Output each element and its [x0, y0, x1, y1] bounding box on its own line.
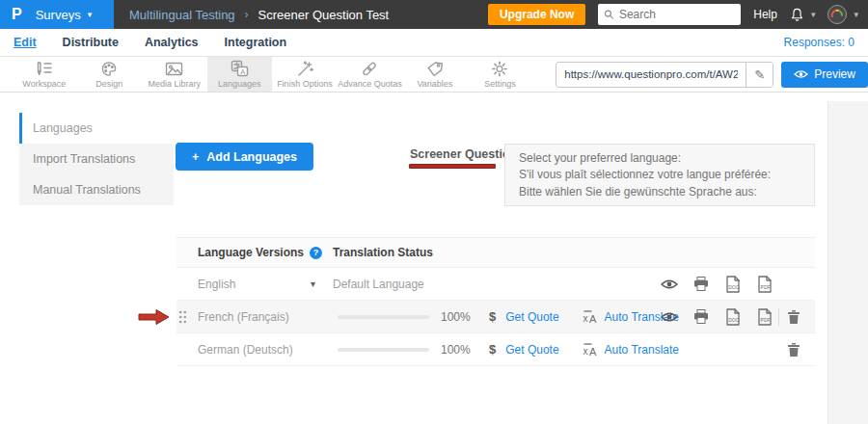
survey-nav-tabs: Edit Distribute Analytics Integration Re… [0, 29, 868, 57]
language-row-french: French (Français) 100% $ Get Quote xA Au… [176, 301, 815, 333]
svg-text:PDF: PDF [761, 316, 771, 322]
dollar-icon: $ [489, 342, 496, 357]
search-input[interactable] [619, 8, 735, 21]
design-palette-icon [100, 61, 118, 77]
svg-text:x: x [583, 346, 587, 357]
get-quote-link[interactable]: Get Quote [505, 310, 558, 324]
translation-progress-bar [338, 315, 429, 319]
annotation-red-underline [409, 164, 496, 169]
sidebar-item-languages[interactable]: Languages [19, 113, 174, 144]
edit-url-button[interactable]: ✎ [746, 62, 773, 88]
advance-quotas-link-icon [361, 61, 378, 77]
search-box[interactable] [598, 4, 741, 25]
screener-line-english: Select your preferred language: [519, 151, 800, 165]
translation-progress-bar [338, 348, 429, 352]
help-link[interactable]: Help [753, 8, 777, 21]
trash-icon [787, 342, 800, 358]
survey-url-box: ✎ [556, 62, 773, 88]
get-quote-link[interactable]: Get Quote [505, 343, 558, 357]
finish-options-wand-icon [296, 61, 313, 77]
language-name: French (Français) [198, 310, 289, 324]
export-doc-icon[interactable]: DOC [724, 276, 742, 293]
chevron-down-icon: ▾ [854, 10, 858, 19]
header-language-versions: Language Versions [198, 246, 304, 259]
translation-progress-percent: 100% [441, 310, 474, 324]
pencil-icon: ✎ [754, 67, 765, 82]
tab-distribute[interactable]: Distribute [63, 36, 119, 49]
breadcrumb-separator: › [245, 8, 249, 21]
languages-sidebar: Languages Import Translations Manual Tra… [19, 113, 174, 205]
toolbar-item-variables[interactable]: Variables [402, 57, 468, 92]
avatar [827, 5, 847, 24]
media-library-icon [165, 61, 183, 77]
trash-icon [787, 309, 800, 325]
preview-eye-icon[interactable] [661, 311, 678, 323]
header-translation-status: Translation Status [333, 246, 433, 259]
language-versions-table: Language Versions ? Translation Status E… [176, 237, 815, 366]
account-menu[interactable]: ▾ [827, 5, 858, 24]
toolbar-item-media-library[interactable]: Media Library [142, 57, 207, 92]
languages-page: Languages Import Translations Manual Tra… [0, 93, 868, 424]
settings-gear-icon [491, 61, 508, 77]
auto-translate-icon: xA [583, 309, 599, 324]
questionpro-logo: P [12, 6, 22, 23]
upgrade-now-button[interactable]: Upgrade Now [488, 4, 585, 25]
auto-translate-icon: xA [583, 342, 599, 357]
print-icon[interactable] [692, 309, 710, 324]
svg-text:A: A [589, 346, 597, 358]
preview-button[interactable]: Preview [781, 62, 868, 88]
variables-tag-icon [426, 61, 444, 77]
divider [778, 308, 779, 326]
export-pdf-icon[interactable]: PDF [756, 308, 773, 326]
product-menu[interactable]: P Surveys ▾ [0, 0, 114, 29]
tab-analytics[interactable]: Analytics [145, 36, 199, 49]
tab-edit[interactable]: Edit [14, 36, 37, 49]
toolbar-item-settings[interactable]: Settings [468, 57, 533, 92]
breadcrumb-folder[interactable]: Multilingual Testing [129, 8, 235, 22]
screener-line-german: Bitte wählen Sie die gewünschte Sprache … [519, 185, 800, 199]
notifications-menu[interactable]: ▾ [790, 8, 816, 22]
toolbar-item-languages[interactable]: A Languages [207, 57, 273, 92]
export-doc-icon[interactable]: DOC [724, 308, 742, 326]
toolbar-item-finish-options[interactable]: Finish Options [272, 57, 338, 92]
toolbar-item-advance-quotas[interactable]: Advance Quotas [338, 57, 403, 92]
translation-progress-percent: 100% [441, 343, 474, 357]
svg-text:PDF: PDF [761, 283, 771, 289]
svg-text:DOC: DOC [728, 316, 740, 322]
scroll-gutter [827, 101, 868, 424]
chevron-down-icon: ▾ [311, 278, 315, 289]
responses-count[interactable]: Responses: 0 [784, 36, 854, 49]
help-icon[interactable]: ? [310, 247, 322, 259]
edit-toolbar: Workspace Design Media Library A Languag… [0, 57, 868, 93]
table-header: Language Versions ? Translation Status [176, 237, 815, 268]
default-language-label: Default Language [333, 278, 424, 291]
svg-text:x: x [583, 313, 587, 324]
product-menu-label: Surveys [36, 8, 81, 22]
delete-language-button[interactable] [787, 333, 800, 365]
screener-line-french: S'il vous plaît sélectionnez votre langu… [519, 168, 800, 181]
breadcrumb: Multilingual Testing › Screener Question… [129, 8, 389, 22]
delete-language-button[interactable] [787, 301, 800, 332]
annotation-red-arrow [138, 308, 170, 326]
languages-icon: A [231, 60, 249, 77]
preview-eye-icon[interactable] [661, 278, 678, 290]
language-row-german: German (Deutsch) 100% $ Get Quote xA Aut… [176, 333, 815, 366]
search-icon [604, 9, 614, 20]
chevron-down-icon: ▾ [88, 10, 93, 19]
tab-integration[interactable]: Integration [225, 36, 287, 49]
add-languages-button[interactable]: + Add Languages [176, 143, 313, 171]
survey-url-input[interactable] [556, 68, 746, 80]
svg-text:DOC: DOC [728, 283, 740, 289]
sidebar-item-import-translations[interactable]: Import Translations [19, 144, 174, 174]
default-language-dropdown[interactable]: English ▾ [198, 278, 315, 291]
eye-icon [794, 69, 808, 79]
dollar-icon: $ [489, 309, 496, 324]
sidebar-item-manual-translations[interactable]: Manual Translations [19, 174, 174, 205]
bell-icon [790, 8, 804, 22]
export-pdf-icon[interactable]: PDF [756, 276, 773, 293]
print-icon[interactable] [692, 277, 710, 291]
drag-handle-icon[interactable] [178, 310, 187, 324]
toolbar-item-design[interactable]: Design [77, 57, 143, 92]
toolbar-item-workspace[interactable]: Workspace [12, 57, 77, 92]
auto-translate-link[interactable]: Auto Translate [605, 343, 679, 357]
